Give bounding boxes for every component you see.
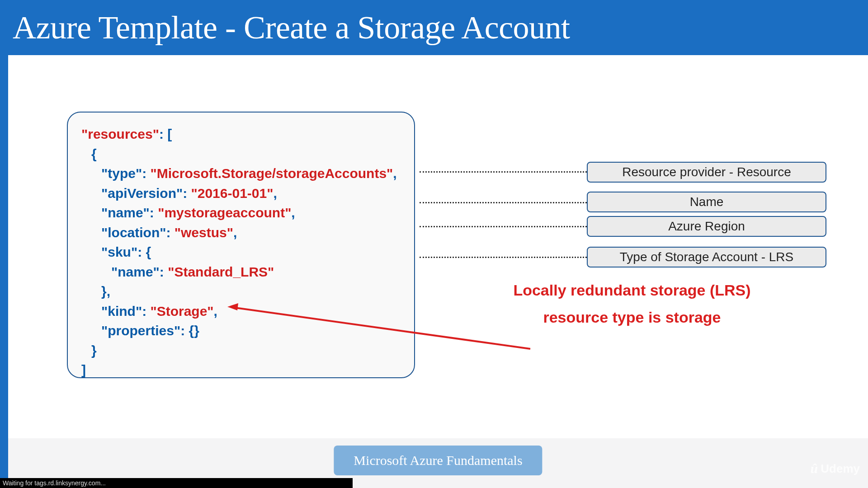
- label-provider: Resource provider - Resource: [587, 162, 826, 183]
- slide-content: "resources": [ { "type": "Microsoft.Stor…: [8, 55, 868, 488]
- status-text: Waiting for tags.rd.linksynergy.com...: [3, 479, 106, 487]
- connector-region: [420, 226, 587, 227]
- code-val-sku-name: "Standard_LRS": [168, 264, 274, 279]
- udemy-logo: û Udemy: [811, 461, 860, 476]
- code-val-location: "westus": [175, 225, 233, 240]
- code-key-properties: "properties": [101, 323, 180, 338]
- code-key-type: "type": [101, 166, 142, 181]
- code-val-properties: : {}: [180, 323, 199, 338]
- code-key-sku-name: "name": [111, 264, 160, 279]
- code-box: "resources": [ { "type": "Microsoft.Stor…: [67, 112, 415, 378]
- code-brace-close: }: [91, 343, 97, 358]
- udemy-logo-icon: û: [811, 461, 818, 476]
- code-bracket-open: : [: [159, 127, 172, 141]
- code-bracket-close: ]: [81, 362, 86, 377]
- label-sku: Type of Storage Account - LRS: [587, 247, 826, 267]
- footer-pill: Microsoft Azure Fundamentals: [334, 446, 542, 475]
- connector-provider: [420, 171, 587, 173]
- callout-line2: resource type is storage: [487, 304, 777, 331]
- code-val-kind: "Storage": [150, 304, 213, 319]
- udemy-logo-text: Udemy: [821, 462, 860, 476]
- code-val-apiversion: "2016-01-01": [191, 186, 274, 201]
- connector-sku: [420, 257, 587, 258]
- code-brace-open: {: [91, 146, 97, 161]
- code-key-location: "location": [101, 225, 166, 240]
- left-accent-bar: [0, 55, 8, 480]
- label-region: Azure Region: [587, 216, 826, 237]
- slide-header: Azure Template - Create a Storage Accoun…: [0, 0, 868, 55]
- code-key-kind: "kind": [101, 304, 142, 319]
- slide-title: Azure Template - Create a Storage Accoun…: [13, 9, 570, 47]
- code-val-name: "mystorageaccount": [158, 205, 291, 220]
- code-key-sku: "sku": [101, 244, 137, 259]
- code-key-resources: "resources": [81, 127, 159, 141]
- code-sku-close: },: [101, 284, 110, 299]
- code-key-apiversion: "apiVersion": [101, 186, 183, 201]
- code-sku-open: : {: [137, 244, 151, 259]
- label-name: Name: [587, 192, 826, 212]
- connector-name: [420, 202, 587, 203]
- callout-text: Locally redundant storage (LRS) resource…: [487, 277, 777, 331]
- code-val-type: "Microsoft.Storage/storageAccounts": [150, 166, 393, 181]
- callout-line1: Locally redundant storage (LRS): [487, 277, 777, 304]
- browser-status-bar: Waiting for tags.rd.linksynergy.com...: [0, 478, 353, 488]
- code-key-name: "name": [101, 205, 150, 220]
